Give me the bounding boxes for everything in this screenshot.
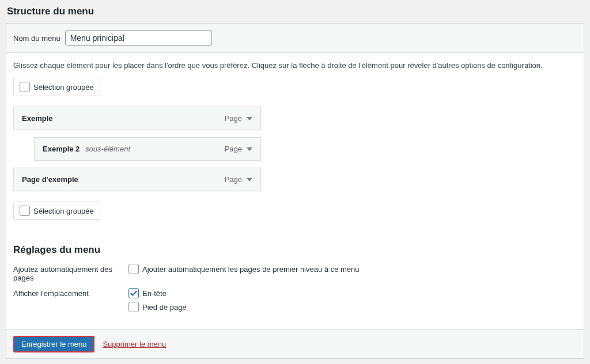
panel-body: Glissez chaque élément pour les placer d… <box>6 53 584 329</box>
instructions-text: Glissez chaque élément pour les placer d… <box>13 61 577 70</box>
display-location-label: Afficher l'emplacement <box>13 288 128 298</box>
bulk-select-checkbox[interactable] <box>20 206 30 216</box>
menu-item-type: Page <box>225 114 242 123</box>
save-menu-button[interactable]: Enregistrer le menu <box>13 336 94 352</box>
menu-settings-title: Réglages du menu <box>13 244 577 256</box>
menu-item-title: Exemple <box>22 114 52 123</box>
menu-item[interactable]: Exemple Page <box>13 107 261 130</box>
auto-add-label: Ajoutez automatiquement des pages <box>13 264 128 282</box>
caret-down-icon[interactable] <box>247 178 252 181</box>
location-option-header[interactable]: En-tête <box>128 288 577 298</box>
menu-item[interactable]: Page d'exemple Page <box>13 168 261 191</box>
caret-down-icon[interactable] <box>247 147 252 151</box>
location-option-footer[interactable]: Pied de page <box>128 302 577 312</box>
menu-item-subtitle: sous-élément <box>85 145 130 153</box>
panel-footer: Enregistrer le menu Supprimer le menu <box>6 329 584 358</box>
auto-add-checkbox[interactable] <box>128 264 139 274</box>
delete-menu-link[interactable]: Supprimer le menu <box>103 340 166 348</box>
bulk-select-label: Sélection groupée <box>33 207 94 215</box>
location-label: En-tête <box>142 289 167 298</box>
bulk-select-checkbox[interactable] <box>20 82 30 92</box>
auto-add-option[interactable]: Ajouter automatiquement les pages de pre… <box>128 264 577 274</box>
menu-name-input[interactable] <box>65 31 212 46</box>
menu-item-type: Page <box>225 175 242 184</box>
auto-add-row: Ajoutez automatiquement des pages Ajoute… <box>13 264 577 282</box>
bulk-select-label: Sélection groupée <box>33 83 94 92</box>
menu-item[interactable]: Exemple 2 sous-élément Page <box>34 137 261 161</box>
menu-structure-panel: Nom du menu Glissez chaque élément pour … <box>6 23 584 359</box>
menu-item-type: Page <box>225 145 242 153</box>
display-location-row: Afficher l'emplacement En-tête Pied de p… <box>13 288 577 316</box>
menu-item-title: Exemple 2 <box>43 145 80 153</box>
menu-item-title: Page d'exemple <box>22 175 78 184</box>
panel-header: Nom du menu <box>6 24 584 53</box>
location-checkbox-header[interactable] <box>128 288 139 298</box>
bulk-select-bottom[interactable]: Sélection groupée <box>13 202 100 220</box>
location-label: Pied de page <box>142 303 187 312</box>
bulk-select-top[interactable]: Sélection groupée <box>13 78 100 96</box>
location-checkbox-footer[interactable] <box>128 302 139 312</box>
section-title: Structure du menu <box>6 6 584 17</box>
auto-add-option-label: Ajouter automatiquement les pages de pre… <box>142 265 360 274</box>
caret-down-icon[interactable] <box>247 117 252 120</box>
menu-name-label: Nom du menu <box>13 34 60 43</box>
menu-items-list: Exemple Page Exemple 2 sous-élément Page <box>13 107 261 191</box>
